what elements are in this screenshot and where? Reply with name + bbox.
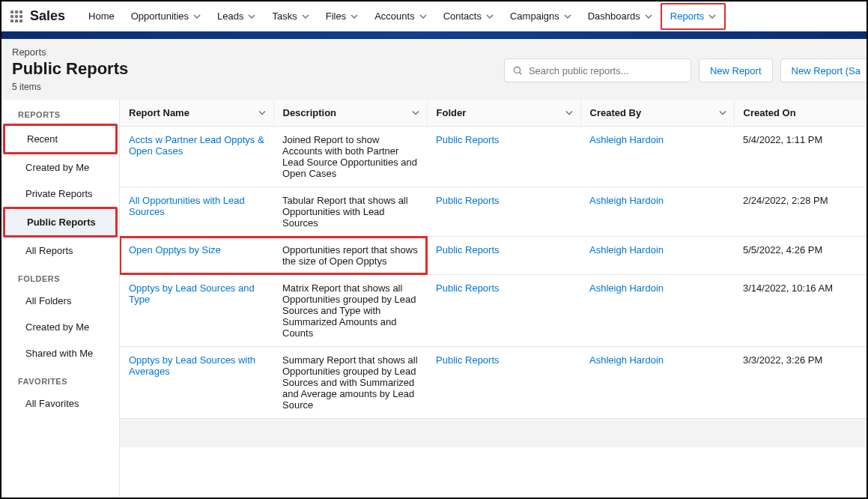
created-by-link[interactable]: Ashleigh Hardoin (589, 134, 664, 145)
created-by-link[interactable]: Ashleigh Hardoin (589, 195, 664, 206)
table-row: All Opportunities with Lead SourcesTabul… (120, 187, 867, 237)
report-link[interactable]: Opptys by Lead Sources with Averages (129, 354, 255, 377)
nav-item-files[interactable]: Files (318, 3, 366, 30)
report-description: Opportunities report that shows the size… (273, 237, 427, 275)
sidebar-item-created-by-me[interactable]: Created by Me (1, 154, 119, 181)
nav-item-label: Tasks (272, 10, 297, 22)
report-description: Tabular Report that shows all Opportunit… (273, 187, 427, 237)
breadcrumb: Reports (12, 46, 128, 58)
report-link[interactable]: Open Opptys by Size (129, 244, 221, 255)
search-box[interactable] (504, 58, 691, 82)
nav-item-label: Reports (670, 10, 705, 22)
svg-line-1 (519, 72, 521, 74)
folder-link[interactable]: Public Reports (436, 282, 500, 294)
item-count: 5 items (12, 82, 128, 92)
new-report-sf-button[interactable]: New Report (Sa (780, 58, 868, 82)
sidebar-item-shared-with-me[interactable]: Shared with Me (1, 340, 119, 366)
folder-link[interactable]: Public Reports (436, 134, 500, 145)
sidebar-item-public-reports[interactable]: Public Reports (3, 207, 118, 238)
nav-item-dashboards[interactable]: Dashboards (580, 3, 661, 30)
chevron-down-icon[interactable] (193, 13, 201, 20)
col-label: Report Name (129, 107, 189, 118)
chevron-down-icon[interactable] (645, 13, 652, 20)
sidebar-item-all-favorites[interactable]: All Favorites (1, 390, 119, 417)
sidebar-item-private-reports[interactable]: Private Reports (1, 181, 119, 207)
nav-item-opportunities[interactable]: Opportunities (123, 3, 209, 30)
nav-item-label: Dashboards (588, 10, 640, 22)
table-row: Opptys by Lead Sources with AveragesSumm… (120, 347, 867, 419)
sort-icon[interactable] (565, 107, 573, 118)
search-input[interactable] (529, 65, 683, 76)
nav-item-label: Leads (217, 10, 243, 22)
col-label: Folder (437, 107, 467, 118)
svg-point-0 (514, 67, 520, 73)
reports-table: Report Name Description Folder Crea (120, 100, 867, 498)
search-icon (512, 65, 523, 76)
report-link[interactable]: Accts w Partner Lead Opptys & Open Cases (129, 134, 264, 157)
created-by-link[interactable]: Ashleigh Hardoin (589, 282, 664, 294)
nav-item-label: Home (88, 10, 115, 22)
nav-item-tasks[interactable]: Tasks (264, 3, 317, 30)
created-on: 3/3/2022, 3:26 PM (734, 347, 867, 419)
sidebar-item-all-reports[interactable]: All Reports (1, 238, 119, 264)
col-description[interactable]: Description (273, 100, 427, 127)
sidebar-item-created-by-me[interactable]: Created by Me (1, 314, 119, 340)
col-created-by[interactable]: Created By (580, 100, 734, 127)
sidebar-item-all-folders[interactable]: All Folders (1, 288, 119, 314)
col-created-on[interactable]: Created On (734, 100, 867, 127)
chevron-down-icon[interactable] (248, 13, 255, 20)
report-description: Matrix Report that shows all Opportuniti… (273, 275, 427, 347)
sidebar-section-folders: FOLDERS (1, 264, 119, 288)
chevron-down-icon[interactable] (350, 13, 358, 20)
chevron-down-icon[interactable] (708, 13, 716, 20)
col-label: Created On (744, 107, 796, 118)
created-by-link[interactable]: Ashleigh Hardoin (589, 244, 664, 255)
nav-item-contacts[interactable]: Contacts (435, 3, 502, 30)
created-by-link[interactable]: Ashleigh Hardoin (589, 354, 664, 366)
global-nav: Sales HomeOpportunitiesLeadsTasksFilesAc… (1, 1, 867, 31)
folder-link[interactable]: Public Reports (436, 195, 500, 206)
folder-link[interactable]: Public Reports (436, 244, 500, 255)
col-report-name[interactable]: Report Name (120, 100, 273, 127)
sort-icon[interactable] (719, 107, 726, 118)
created-on: 2/24/2022, 2:28 PM (734, 187, 867, 237)
nav-item-label: Campaigns (510, 10, 559, 22)
sidebar-item-recent[interactable]: Recent (3, 124, 118, 154)
page-header: Reports Public Reports 5 items New Repor… (1, 39, 867, 100)
folder-link[interactable]: Public Reports (436, 354, 500, 366)
nav-item-leads[interactable]: Leads (209, 3, 264, 30)
sidebar-section-reports: REPORTS (1, 100, 119, 124)
report-description: Joined Report to show Accounts with both… (273, 127, 427, 187)
col-label: Description (283, 107, 337, 118)
table-row: Opptys by Lead Sources and TypeMatrix Re… (120, 275, 867, 347)
nav-item-reports[interactable]: Reports (661, 3, 726, 30)
created-on: 5/4/2022, 1:11 PM (734, 127, 867, 187)
sidebar: REPORTS RecentCreated by MePrivate Repor… (1, 100, 120, 498)
chevron-down-icon[interactable] (419, 13, 427, 20)
report-link[interactable]: All Opportunities with Lead Sources (129, 195, 245, 217)
chevron-down-icon[interactable] (564, 13, 571, 20)
col-folder[interactable]: Folder (427, 100, 580, 127)
nav-item-accounts[interactable]: Accounts (366, 3, 434, 30)
chevron-down-icon[interactable] (302, 13, 309, 20)
sort-icon[interactable] (412, 107, 419, 118)
report-link[interactable]: Opptys by Lead Sources and Type (129, 282, 255, 305)
nav-item-label: Opportunities (131, 10, 189, 22)
table-footer (120, 419, 867, 447)
nav-item-campaigns[interactable]: Campaigns (502, 3, 580, 30)
nav-item-label: Accounts (374, 10, 414, 22)
page-title: Public Reports (12, 59, 128, 79)
table-row: Accts w Partner Lead Opptys & Open Cases… (120, 127, 867, 187)
app-launcher-icon[interactable] (10, 10, 22, 22)
col-label: Created By (590, 107, 642, 118)
created-on: 3/14/2022, 10:16 AM (734, 275, 867, 347)
nav-item-home[interactable]: Home (80, 3, 123, 30)
new-report-button[interactable]: New Report (699, 58, 773, 82)
report-description: Summary Report that shows all Opportunit… (273, 347, 427, 419)
sort-icon[interactable] (258, 107, 266, 118)
decorative-band (1, 31, 867, 39)
created-on: 5/5/2022, 4:26 PM (734, 237, 867, 275)
app-name: Sales (30, 8, 65, 24)
chevron-down-icon[interactable] (486, 13, 494, 20)
table-row: Open Opptys by SizeOpportunities report … (120, 237, 867, 275)
